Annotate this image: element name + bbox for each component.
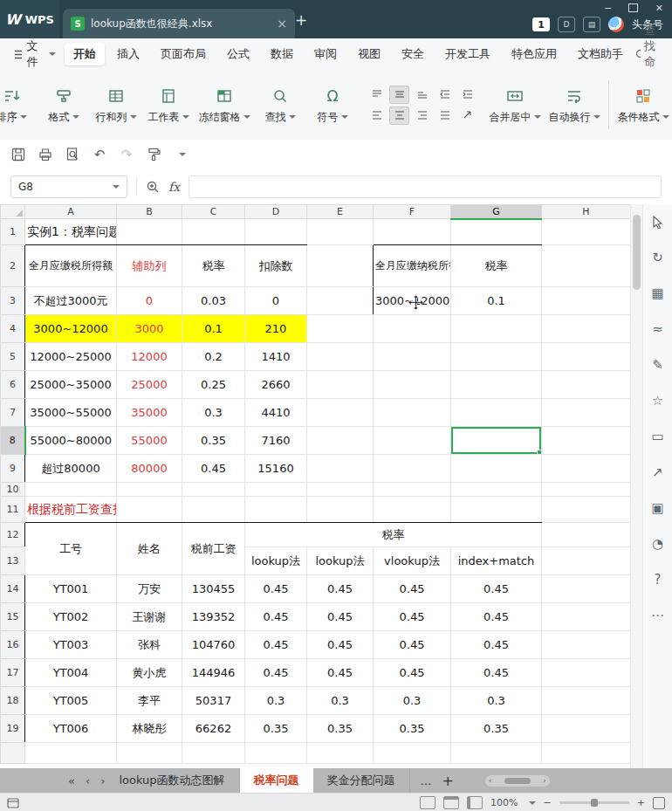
cell-title2[interactable]: 根据税前工资查找税率 [25, 497, 117, 523]
zoom-slider[interactable] [559, 801, 629, 804]
name-box[interactable]: G8 [10, 175, 127, 198]
cell[interactable] [182, 497, 245, 523]
table-cell[interactable]: 0.45 [307, 659, 374, 687]
ribbon-button-wrap-text[interactable]: 自动换行 [545, 86, 603, 125]
justify-button[interactable] [435, 107, 455, 125]
cell[interactable] [374, 497, 451, 523]
formula-input[interactable] [189, 175, 662, 198]
tab-close-icon[interactable]: × [277, 17, 287, 31]
table-cell[interactable]: 3000~12000 [25, 315, 117, 343]
cell[interactable] [542, 427, 631, 455]
column-header[interactable]: B [117, 205, 182, 219]
table-cell[interactable]: YT001 [25, 575, 117, 603]
ribbon-button-worksheet[interactable]: 工作表 [143, 86, 194, 125]
tab-insert[interactable]: 插入 [108, 43, 148, 65]
cell[interactable] [307, 497, 374, 523]
cell[interactable] [307, 315, 374, 343]
row-header[interactable]: 16 [1, 631, 25, 659]
row-header-selected[interactable]: 8 [1, 427, 25, 455]
table-cell[interactable]: 12000 [117, 343, 182, 371]
tab-developer[interactable]: 开发工具 [436, 43, 499, 65]
table-cell[interactable]: 130455 [182, 575, 245, 603]
cell[interactable] [182, 483, 245, 497]
cell[interactable] [542, 287, 631, 315]
zoom-slider-thumb[interactable] [591, 799, 598, 807]
cell[interactable] [374, 343, 451, 371]
column-header[interactable]: C [182, 205, 245, 219]
tab-doc-assistant[interactable]: 文档助手 [569, 43, 632, 65]
row-header[interactable]: 1 [1, 219, 25, 245]
cell[interactable] [374, 399, 451, 427]
cell[interactable] [307, 483, 374, 497]
tab-special-apps[interactable]: 特色应用 [503, 43, 566, 65]
cell[interactable] [451, 343, 542, 371]
horizontal-scrollbar[interactable]: ‹ › [485, 775, 550, 787]
cell[interactable] [25, 483, 117, 497]
cell[interactable] [542, 497, 631, 523]
table-cell[interactable]: index+match [451, 547, 542, 575]
table-cell[interactable]: 0.45 [374, 631, 451, 659]
table-cell[interactable]: 55000 [117, 427, 182, 455]
row-header[interactable]: 4 [1, 315, 25, 343]
table-cell[interactable]: YT002 [25, 603, 117, 631]
table-cell[interactable]: 0.1 [182, 315, 245, 343]
tab-data[interactable]: 数据 [262, 43, 302, 65]
table-cell[interactable]: YT006 [25, 715, 117, 743]
cell[interactable] [374, 219, 451, 245]
table-cell[interactable]: 0.45 [307, 603, 374, 631]
table-cell[interactable] [374, 743, 451, 764]
cell[interactable] [542, 715, 631, 743]
column-header[interactable]: H [542, 205, 631, 219]
sheet-tab-bonus[interactable]: 奖金分配问题 [313, 768, 410, 793]
table-cell[interactable]: lookup法 [245, 547, 307, 575]
insert-function-button[interactable]: fx [168, 180, 180, 194]
align-center-button[interactable] [389, 107, 409, 125]
close-icon[interactable]: ✕ [655, 3, 663, 14]
toolbar-more-button[interactable] [169, 144, 192, 165]
maximize-icon[interactable] [628, 3, 638, 12]
table-cell[interactable]: 50317 [182, 687, 245, 715]
text-orientation-button[interactable] [457, 107, 477, 125]
table-cell[interactable]: 0.25 [182, 371, 245, 399]
table-cell[interactable]: 姓名 [117, 523, 182, 575]
cell[interactable] [307, 343, 374, 371]
align-right-button[interactable] [412, 107, 432, 125]
zoom-in-button[interactable]: + [637, 797, 645, 808]
cell[interactable] [245, 219, 307, 245]
sync-icon[interactable]: ↻ [649, 249, 667, 266]
cell[interactable] [117, 497, 182, 523]
table-cell[interactable]: 万安 [117, 575, 182, 603]
horizontal-scrollbar-thumb[interactable] [504, 778, 531, 784]
table-cell[interactable]: 0.45 [374, 659, 451, 687]
undo-button[interactable]: ↶ [88, 144, 111, 165]
row-header[interactable]: 14 [1, 575, 25, 603]
smart-format-icon[interactable]: ≈ [649, 320, 667, 338]
favorites-star-icon[interactable]: ☆ [649, 392, 667, 409]
table-cell[interactable]: 144946 [182, 659, 245, 687]
table-cell[interactable] [307, 743, 374, 764]
table-cell[interactable]: 4410 [245, 399, 307, 427]
table-cell[interactable]: 35000 [117, 399, 182, 427]
table-cell[interactable] [451, 743, 542, 764]
first-sheet-icon[interactable]: « [68, 774, 75, 787]
cell[interactable] [307, 371, 374, 399]
file-menu[interactable]: 文件 [9, 38, 61, 70]
row-header[interactable]: 13 [1, 547, 25, 575]
table-cell[interactable]: 1410 [245, 343, 307, 371]
table-cell[interactable]: 全月应缴纳税所得额 [374, 245, 451, 287]
cell[interactable] [307, 399, 374, 427]
table-cell[interactable]: 25000~35000 [25, 371, 117, 399]
smart-tools-icon[interactable] [146, 180, 160, 194]
cell[interactable] [451, 399, 542, 427]
cell[interactable] [451, 483, 542, 497]
ribbon-button-format[interactable]: 格式 [38, 86, 89, 125]
table-cell[interactable]: 税率 [245, 523, 542, 547]
task-window-icon[interactable] [7, 798, 19, 808]
tab-view[interactable]: 视图 [349, 43, 389, 65]
table-cell[interactable]: 12000~25000 [25, 343, 117, 371]
table-cell[interactable]: 0.35 [245, 715, 307, 743]
cell[interactable] [542, 659, 631, 687]
wps-logo[interactable]: W WPS [0, 0, 59, 38]
cell[interactable] [542, 547, 631, 575]
edit-icon[interactable]: ✎ [649, 356, 667, 374]
